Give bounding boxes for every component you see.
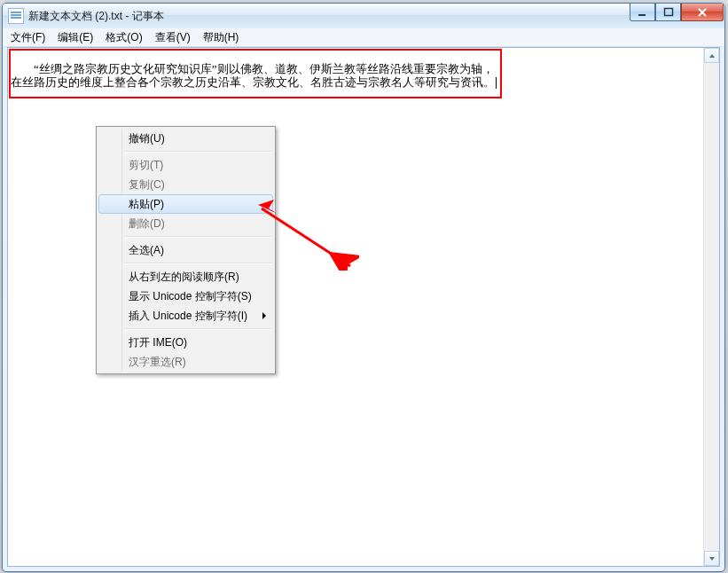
cm-open-ime-label: 打开 IME(O) [129,335,187,350]
minimize-button[interactable] [630,4,655,21]
cm-insert-unicode[interactable]: 插入 Unicode 控制字符(I) [98,306,273,326]
cm-insert-unicode-label: 插入 Unicode 控制字符(I) [129,309,247,324]
title-bar[interactable]: 新建文本文档 (2).txt - 记事本 [3,4,724,28]
cm-select-all-label: 全选(A) [129,243,164,258]
menu-file[interactable]: 文件(F) [4,28,51,47]
svg-rect-0 [638,14,646,16]
window-controls [630,4,724,21]
close-button[interactable] [681,4,724,21]
context-menu: 撤销(U) 剪切(T) 复制(C) 粘贴(P) 删除(D) 全选(A) 从右到左… [96,126,276,374]
menu-view[interactable]: 查看(V) [149,28,197,47]
menu-bar: 文件(F) 编辑(E) 格式(O) 查看(V) 帮助(H) [3,28,724,47]
cm-separator [125,328,271,330]
cm-paste-label: 粘贴(P) [129,197,164,212]
document-text: “丝绸之路宗教历史文化研究知识库”则以佛教、道教、伊斯兰教等丝路沿线重要宗教为轴… [11,49,497,102]
cm-delete[interactable]: 删除(D) [98,214,273,233]
cm-rtl-label: 从右到左的阅读顺序(R) [129,270,239,285]
cm-show-unicode-label: 显示 Unicode 控制字符(S) [129,289,252,304]
cm-undo[interactable]: 撤销(U) [98,129,273,148]
menu-help[interactable]: 帮助(H) [197,28,246,47]
cm-separator [125,263,271,264]
cm-cut-label: 剪切(T) [129,158,163,173]
document-text-content: “丝绸之路宗教历史文化研究知识库”则以佛教、道教、伊斯兰教等丝路沿线重要宗教为轴… [11,62,495,89]
cm-cut[interactable]: 剪切(T) [98,155,273,175]
cm-paste[interactable]: 粘贴(P) [98,194,273,214]
cm-copy[interactable]: 复制(C) [98,175,273,194]
cm-undo-label: 撤销(U) [129,131,165,146]
cm-reconvert[interactable]: 汉字重选(R) [98,352,273,372]
scroll-up-button[interactable] [704,48,719,63]
cm-delete-label: 删除(D) [129,216,165,232]
text-caret [496,77,497,89]
cm-open-ime[interactable]: 打开 IME(O) [98,333,273,352]
menu-edit[interactable]: 编辑(E) [51,28,99,47]
notepad-icon [8,8,24,24]
vertical-scrollbar[interactable] [703,48,719,566]
svg-rect-1 [664,8,672,15]
cm-copy-label: 复制(C) [129,177,165,192]
scroll-down-button[interactable] [704,551,719,566]
scroll-track[interactable] [704,63,719,551]
cm-reconvert-label: 汉字重选(R) [129,355,186,370]
menu-format[interactable]: 格式(O) [99,28,148,47]
cm-rtl-reading[interactable]: 从右到左的阅读顺序(R) [98,267,273,286]
cm-show-unicode[interactable]: 显示 Unicode 控制字符(S) [98,286,273,306]
submenu-arrow-icon [262,312,266,319]
window-title: 新建文本文档 (2).txt - 记事本 [28,9,724,24]
cm-separator [125,151,271,153]
maximize-button[interactable] [655,4,681,21]
cm-separator [125,236,271,238]
cm-select-all[interactable]: 全选(A) [98,240,273,260]
